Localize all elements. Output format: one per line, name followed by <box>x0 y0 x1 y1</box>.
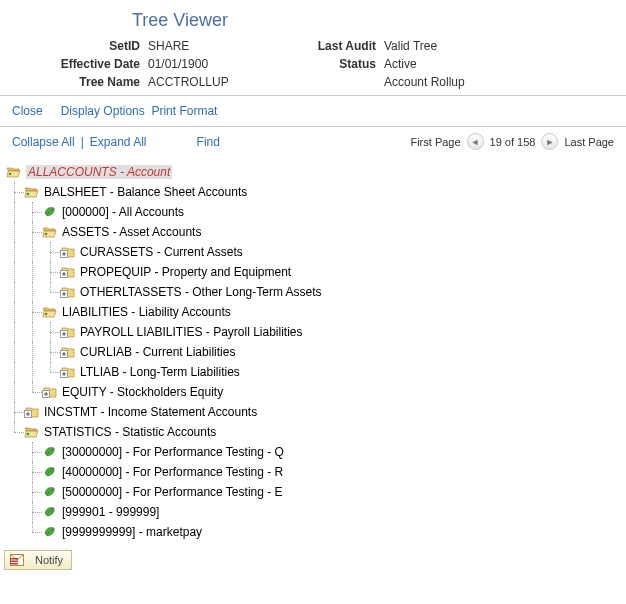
tree-node[interactable]: LTLIAB - Long-Term Liabilities <box>6 362 620 382</box>
svg-point-12 <box>45 313 48 316</box>
tree-node-label: [000000] - All Accounts <box>62 205 184 219</box>
svg-rect-32 <box>10 563 18 565</box>
tree-node-label: PROPEQUIP - Property and Equipment <box>80 265 291 279</box>
page-info: 19 of 158 <box>490 136 536 148</box>
expand-all-link[interactable]: Expand All <box>90 135 147 149</box>
tree-node[interactable]: [30000000] - For Performance Testing - Q <box>6 442 620 462</box>
tree-node-label: BALSHEET - Balance Sheet Accounts <box>44 185 247 199</box>
tree-node[interactable]: [999901 - 999999] <box>6 502 620 522</box>
footer: Notify <box>0 546 626 574</box>
notify-icon <box>9 553 25 567</box>
tree-node-label: ASSETS - Asset Accounts <box>62 225 201 239</box>
svg-point-1 <box>27 193 30 196</box>
tree-node[interactable]: ALLACCOUNTS - Account <box>6 162 620 182</box>
notify-label: Notify <box>35 554 63 566</box>
tree-node[interactable]: [9999999999] - marketpay <box>6 522 620 542</box>
pager: First Page ◄ 19 of 158 ► Last Page <box>410 133 614 150</box>
tree-node[interactable]: OTHERLTASSETS - Other Long-Term Assets <box>6 282 620 302</box>
first-page-label: First Page <box>410 136 460 148</box>
label-effective-date: Effective Date <box>0 57 146 71</box>
folder-plus-icon <box>60 345 76 359</box>
value-status: Active <box>382 57 600 71</box>
tree-node[interactable]: CURASSETS - Current Assets <box>6 242 620 262</box>
next-page-button[interactable]: ► <box>541 133 558 150</box>
tree-node[interactable]: LIABILITIES - Liability Accounts <box>6 302 620 322</box>
tree-node-label: [30000000] - For Performance Testing - Q <box>62 445 284 459</box>
tree-node-label: [40000000] - For Performance Testing - R <box>62 465 283 479</box>
tree-node-label: CURASSETS - Current Assets <box>80 245 243 259</box>
value-tree-name: ACCTROLLUP <box>146 75 296 89</box>
meta-table: SetID SHARE Last Audit Valid Tree Effect… <box>0 37 600 91</box>
tree-node-label: LTLIAB - Long-Term Liabilities <box>80 365 240 379</box>
tree-view: ALLACCOUNTS - AccountBALSHEET - Balance … <box>0 154 626 546</box>
folder-open-icon <box>42 225 58 239</box>
separator: | <box>81 135 84 149</box>
label-description <box>296 75 382 89</box>
tree-node[interactable]: STATISTICS - Statistic Accounts <box>6 422 620 442</box>
tree-node[interactable]: EQUITY - Stockholders Equity <box>6 382 620 402</box>
tree-node-label: [9999999999] - marketpay <box>62 525 202 539</box>
svg-point-0 <box>9 173 12 176</box>
notify-button[interactable]: Notify <box>4 550 72 570</box>
collapse-all-link[interactable]: Collapse All <box>12 135 75 149</box>
tree-node[interactable]: CURLIAB - Current Liabilities <box>6 342 620 362</box>
tree-node[interactable]: [000000] - All Accounts <box>6 202 620 222</box>
folder-plus-icon <box>60 365 76 379</box>
page-title: Tree Viewer <box>0 10 626 31</box>
tree-node-label: EQUITY - Stockholders Equity <box>62 385 223 399</box>
value-setid: SHARE <box>146 39 296 53</box>
tree-node-label: OTHERLTASSETS - Other Long-Term Assets <box>80 285 322 299</box>
label-setid: SetID <box>0 39 146 53</box>
tree-node-label: STATISTICS - Statistic Accounts <box>44 425 216 439</box>
value-effective-date: 01/01/1900 <box>146 57 296 71</box>
leaf-icon <box>42 465 58 479</box>
folder-open-icon <box>24 425 40 439</box>
folder-plus-icon <box>24 405 40 419</box>
last-page-label: Last Page <box>564 136 614 148</box>
folder-plus-icon <box>60 245 76 259</box>
toolbar: Close Display Options Print Format <box>0 95 626 126</box>
tree-node-label: [50000000] - For Performance Testing - E <box>62 485 283 499</box>
prev-page-button[interactable]: ◄ <box>467 133 484 150</box>
find-link[interactable]: Find <box>197 135 220 149</box>
svg-point-28 <box>27 433 30 436</box>
tree-node[interactable]: [50000000] - For Performance Testing - E <box>6 482 620 502</box>
tree-node-label: PAYROLL LIABILITIES - Payroll Liabilitie… <box>80 325 303 339</box>
label-status: Status <box>296 57 382 71</box>
display-options-link[interactable]: Display Options <box>61 104 145 118</box>
tree-node[interactable]: PROPEQUIP - Property and Equipment <box>6 262 620 282</box>
tree-node[interactable]: BALSHEET - Balance Sheet Accounts <box>6 182 620 202</box>
tree-node[interactable]: PAYROLL LIABILITIES - Payroll Liabilitie… <box>6 322 620 342</box>
tree-node[interactable]: [40000000] - For Performance Testing - R <box>6 462 620 482</box>
svg-point-2 <box>45 233 48 236</box>
label-last-audit: Last Audit <box>296 39 382 53</box>
svg-rect-30 <box>10 558 18 560</box>
value-description: Account Rollup <box>382 75 600 89</box>
tree-node[interactable]: INCSTMT - Income Statement Accounts <box>6 402 620 422</box>
leaf-icon <box>42 525 58 539</box>
folder-open-icon <box>6 165 22 179</box>
header: Tree Viewer SetID SHARE Last Audit Valid… <box>0 0 626 95</box>
leaf-icon <box>42 445 58 459</box>
print-format-link[interactable]: Print Format <box>151 104 217 118</box>
value-last-audit: Valid Tree <box>382 39 600 53</box>
close-link[interactable]: Close <box>12 104 43 118</box>
label-tree-name: Tree Name <box>0 75 146 89</box>
leaf-icon <box>42 485 58 499</box>
leaf-icon <box>42 205 58 219</box>
tree-node-label: CURLIAB - Current Liabilities <box>80 345 235 359</box>
folder-open-icon <box>24 185 40 199</box>
tree-node-label: INCSTMT - Income Statement Accounts <box>44 405 257 419</box>
tree-node[interactable]: ASSETS - Asset Accounts <box>6 222 620 242</box>
folder-plus-icon <box>60 325 76 339</box>
folder-plus-icon <box>42 385 58 399</box>
leaf-icon <box>42 505 58 519</box>
folder-plus-icon <box>60 265 76 279</box>
tree-node-label: ALLACCOUNTS - Account <box>26 165 172 179</box>
svg-rect-31 <box>10 561 18 563</box>
controls-bar: Collapse All | Expand All Find First Pag… <box>0 126 626 154</box>
folder-open-icon <box>42 305 58 319</box>
folder-plus-icon <box>60 285 76 299</box>
tree-node-label: [999901 - 999999] <box>62 505 159 519</box>
tree-node-label: LIABILITIES - Liability Accounts <box>62 305 231 319</box>
